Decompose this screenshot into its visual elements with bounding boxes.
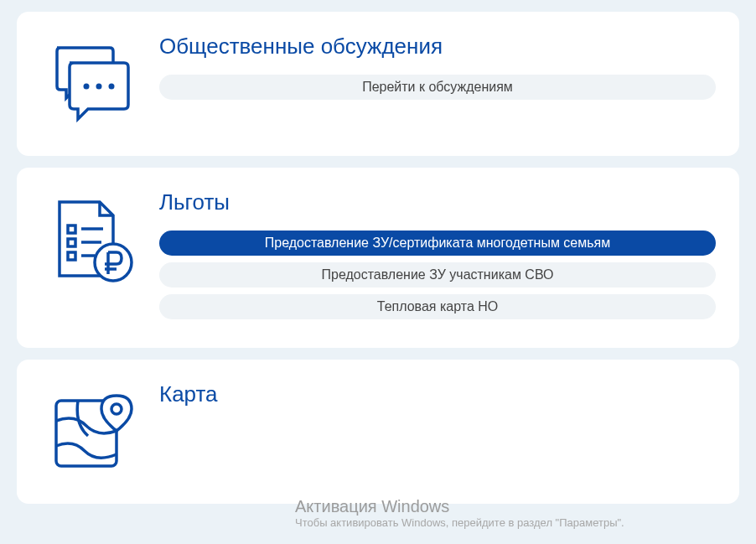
go-to-discussions-button[interactable]: Перейти к обсуждениям bbox=[159, 75, 716, 100]
svg-point-0 bbox=[84, 84, 90, 90]
windows-activation-watermark: Активация Windows Чтобы активировать Win… bbox=[295, 497, 714, 529]
benefits-card: Льготы Предоставление ЗУ/сертификата мно… bbox=[17, 168, 739, 348]
map-card: Карта bbox=[17, 360, 739, 504]
card-title: Льготы bbox=[159, 189, 716, 215]
svg-point-9 bbox=[95, 244, 132, 281]
watermark-subtitle: Чтобы активировать Windows, перейдите в … bbox=[295, 516, 714, 529]
card-body: Льготы Предоставление ЗУ/сертификата мно… bbox=[159, 189, 716, 326]
document-ruble-icon bbox=[40, 189, 141, 290]
benefit-svo-button[interactable]: Предоставление ЗУ участникам СВО bbox=[159, 262, 716, 288]
svg-rect-5 bbox=[68, 252, 75, 260]
card-body: Общественные обсуждения Перейти к обсужд… bbox=[159, 34, 716, 134]
watermark-title: Активация Windows bbox=[295, 497, 714, 516]
svg-rect-4 bbox=[68, 239, 75, 246]
card-title: Общественные обсуждения bbox=[159, 34, 716, 60]
benefit-multichild-button[interactable]: Предоставление ЗУ/сертификата многодетны… bbox=[159, 231, 716, 256]
svg-rect-3 bbox=[68, 225, 75, 233]
card-body: Карта bbox=[159, 381, 716, 482]
benefit-heatmap-button[interactable]: Тепловая карта НО bbox=[159, 294, 716, 319]
card-title: Карта bbox=[159, 381, 716, 407]
svg-point-2 bbox=[109, 84, 115, 90]
discussions-card: Общественные обсуждения Перейти к обсужд… bbox=[17, 12, 739, 156]
svg-point-1 bbox=[96, 84, 102, 90]
map-pin-icon bbox=[40, 381, 141, 482]
chat-bubbles-icon bbox=[40, 34, 141, 134]
